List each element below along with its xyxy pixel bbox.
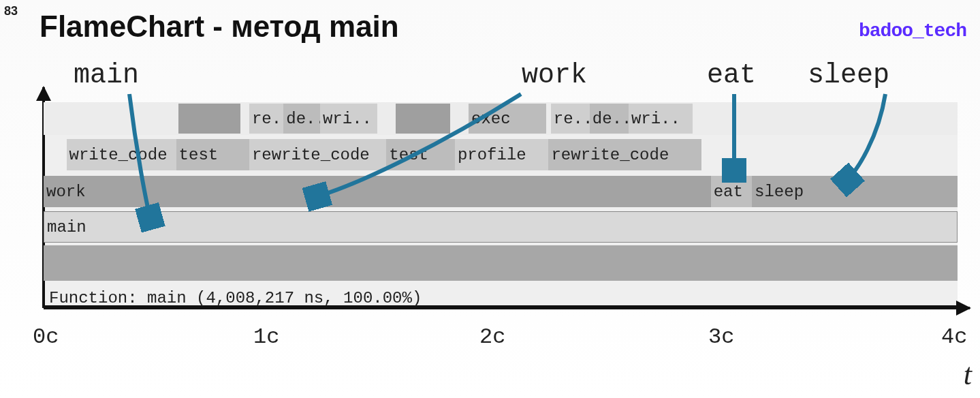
tick-4: 4c (941, 324, 967, 350)
flame-bar-rewrite_code[interactable]: rewrite_code (548, 139, 701, 170)
callout-sleep: sleep (808, 60, 889, 91)
flame-bar-rewrite_code[interactable]: rewrite_code (249, 139, 386, 170)
tick-2: 2c (479, 324, 505, 350)
function-info: Function: main (4,008,217 ns, 100.00%) (49, 289, 422, 307)
flame-bar-wri..[interactable]: wri.. (629, 104, 693, 134)
flame-bar-anon[interactable] (178, 104, 210, 134)
callout-work: work (522, 60, 587, 91)
flame-bar-de..[interactable]: de.. (283, 104, 320, 134)
tick-0: 0c (33, 324, 59, 350)
flame-bar-eat[interactable]: eat (711, 176, 752, 207)
flame-bar-test[interactable]: test (386, 139, 455, 170)
flame-bar-write_code[interactable]: write_code (67, 139, 176, 170)
flame-bar-work[interactable]: work (44, 176, 711, 207)
flame-bar-re..[interactable]: re.. (551, 104, 590, 134)
brand-logo: badoo_tech (859, 20, 966, 42)
flame-bar-anon[interactable] (396, 104, 421, 134)
flame-bar-test[interactable]: test (176, 139, 249, 170)
flame-bar-exec[interactable]: exec (469, 104, 546, 134)
flame-bar-profile[interactable]: profile (455, 139, 549, 170)
callout-eat: eat (707, 60, 756, 91)
flame-empty-band (44, 245, 958, 281)
flame-bar-anon[interactable] (421, 104, 451, 134)
t-axis-label: t (964, 357, 972, 392)
slide-title: FlameChart - метод main (39, 10, 399, 44)
flame-bar-de..[interactable]: de.. (590, 104, 629, 134)
callout-main: main (74, 60, 139, 91)
watermark: 83 (4, 4, 18, 18)
tick-1: 1c (253, 324, 279, 350)
flame-bar-anon[interactable] (210, 104, 240, 134)
flame-bar-re..[interactable]: re.. (249, 104, 283, 134)
tick-3: 3c (708, 324, 734, 350)
flame-bar-main[interactable]: main (44, 211, 958, 243)
flame-bar-wri..[interactable]: wri.. (320, 104, 377, 134)
flame-bar-sleep[interactable]: sleep (752, 176, 958, 207)
